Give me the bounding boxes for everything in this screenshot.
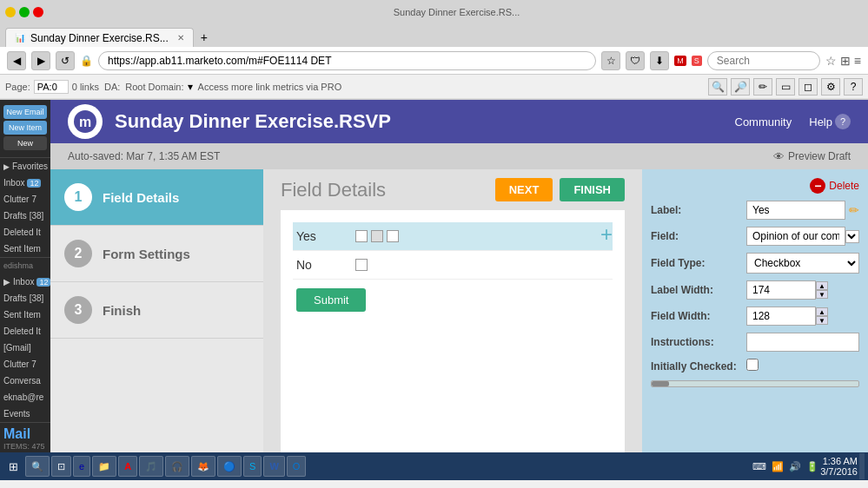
menu-icon[interactable]: ≡ — [854, 54, 861, 68]
sidebar-item-eknab[interactable]: eknab@re — [0, 389, 50, 406]
star-icon[interactable]: ☆ — [825, 54, 837, 68]
search-input[interactable] — [707, 51, 820, 70]
pa-input[interactable] — [34, 80, 69, 94]
root-domain-dropdown[interactable]: ▾ — [188, 81, 193, 93]
toolbar-btn-7[interactable]: ? — [844, 78, 863, 96]
outlook-icon: O — [293, 461, 301, 472]
taskbar-app-6[interactable]: 🎧 — [165, 456, 189, 477]
url-input[interactable] — [98, 51, 596, 70]
sidebar-item-clutter2[interactable]: Clutter 7 — [0, 356, 50, 373]
label-width-up[interactable]: ▲ — [816, 281, 828, 290]
nav-community[interactable]: Community — [735, 115, 792, 129]
sidebar-item-clutter[interactable]: Clutter 7 — [0, 191, 50, 208]
taskbar-app-5[interactable]: 🎵 — [139, 456, 163, 477]
sidebar-item-inbox[interactable]: Inbox 12 — [0, 175, 50, 191]
help-label: Help — [809, 115, 832, 129]
initially-checked-checkbox[interactable] — [746, 359, 759, 371]
new-email-button[interactable]: New Email — [3, 105, 47, 119]
delete-label: Delete — [829, 180, 859, 192]
taskbar-folder[interactable]: 📁 — [92, 456, 116, 477]
toolbar-btn-4[interactable]: ▭ — [776, 78, 795, 96]
delete-button[interactable]: − Delete — [810, 178, 859, 194]
label-width-input[interactable] — [746, 280, 816, 300]
active-tab[interactable]: 📊 Sunday Dinner Exercise.RS... ✕ — [5, 28, 194, 47]
preview-draft-button[interactable]: 👁 Preview Draft — [773, 150, 851, 163]
horizontal-scrollbar[interactable] — [651, 380, 859, 387]
form-field-no[interactable]: No — [293, 251, 613, 280]
toolbar-btn-2[interactable]: 🔎 — [731, 78, 750, 96]
sidebar-item-deleted[interactable]: Deleted It — [0, 224, 50, 241]
next-button[interactable]: NEXT — [495, 178, 553, 201]
sidebar-item-favorites[interactable]: ▶ Favorites — [0, 158, 50, 175]
taskbar-firefox[interactable]: 🦊 — [191, 456, 215, 477]
tab-close-button[interactable]: ✕ — [177, 33, 184, 43]
taskbar-outlook[interactable]: O — [287, 456, 307, 477]
toolbar-btn-1[interactable]: 🔍 — [708, 78, 727, 96]
sidebar-item-sent2[interactable]: Sent Item — [0, 307, 50, 323]
show-desktop-button[interactable] — [859, 453, 865, 479]
field-no-checkbox[interactable] — [355, 259, 368, 271]
new-button[interactable]: New — [3, 136, 47, 150]
sidebar-item-drafts[interactable]: Drafts [38] — [0, 208, 50, 224]
conversation-label: Conversa — [3, 376, 41, 386]
label-input[interactable] — [746, 201, 845, 220]
shield-button[interactable]: 🛡 — [626, 51, 645, 70]
step-1[interactable]: 1 Field Details — [50, 169, 263, 226]
label-width-down[interactable]: ▼ — [816, 290, 828, 299]
step-2[interactable]: 2 Form Settings — [50, 226, 263, 282]
drafts-count: [38] — [30, 211, 44, 221]
add-field-button[interactable]: + — [600, 222, 613, 247]
field-width-down[interactable]: ▼ — [816, 316, 828, 325]
sidebar-item-inbox2[interactable]: ▶ Inbox 12 — [0, 274, 50, 290]
field-width-input[interactable] — [746, 307, 816, 326]
reload-button[interactable]: ↺ — [56, 51, 75, 70]
clutter-count: 7 — [31, 195, 36, 204]
sidebar-item-gmail[interactable]: [Gmail] — [0, 340, 50, 356]
finish-button[interactable]: FINISH — [560, 178, 625, 201]
step-3[interactable]: 3 Finish — [50, 282, 263, 339]
toolbar-btn-5[interactable]: ◻ — [798, 78, 818, 96]
form-editor: Field Details NEXT FINISH + Yes — [263, 169, 642, 452]
form-field-yes[interactable]: Yes — [293, 222, 613, 251]
new-item-button[interactable]: New Item — [3, 121, 47, 135]
forward-button[interactable]: ▶ — [31, 51, 50, 70]
sidebar-item-events[interactable]: Events — [0, 406, 50, 422]
sidebar-item-drafts2[interactable]: Drafts [38] — [0, 290, 50, 307]
submit-button[interactable]: Submit — [296, 288, 366, 312]
edit-icon[interactable]: ✏ — [849, 203, 859, 217]
field-width-up[interactable]: ▲ — [816, 307, 828, 316]
field-dropdown[interactable]: ▾ — [845, 230, 859, 243]
clutter-label: Clutter — [3, 195, 29, 204]
taskbar-chrome[interactable]: 🔵 — [217, 456, 242, 477]
close-button[interactable] — [33, 7, 43, 17]
taskbar-adobe[interactable]: A — [118, 456, 137, 477]
back-button[interactable]: ◀ — [7, 51, 26, 70]
lock-icon: 🔒 — [80, 55, 93, 67]
bookmark-button[interactable]: ☆ — [601, 51, 620, 70]
toolbar-btn-6[interactable]: ⚙ — [821, 78, 840, 96]
toolbar-btn-3[interactable]: ✏ — [753, 78, 772, 96]
minimize-button[interactable] — [5, 7, 16, 17]
field-input[interactable] — [746, 227, 845, 246]
sidebar-item-deleted2[interactable]: Deleted It — [0, 323, 50, 340]
form-editor-title: Field Details — [281, 179, 386, 201]
nav-help[interactable]: Help ? — [809, 114, 851, 129]
new-tab-button[interactable]: + — [194, 28, 215, 47]
sidebar-item-conversation[interactable]: Conversa — [0, 373, 50, 389]
taskbar-task-view[interactable]: ⊡ — [51, 456, 71, 477]
events-label: Events — [3, 409, 30, 419]
field-type-select[interactable]: Checkbox — [746, 253, 859, 274]
refresh-icon[interactable]: ⊞ — [840, 54, 851, 68]
field-yes-checkbox[interactable] — [371, 230, 383, 242]
sidebar-item-sent[interactable]: Sent Item — [0, 241, 50, 257]
account-label: edishma — [3, 261, 33, 270]
tray-icon-battery: 🔋 — [806, 461, 818, 472]
maximize-button[interactable] — [19, 7, 30, 17]
taskbar-ie[interactable]: e — [73, 456, 90, 477]
download-button[interactable]: ⬇ — [650, 51, 669, 70]
start-button[interactable]: ⊞ — [3, 458, 23, 475]
taskbar-search[interactable]: 🔍 — [25, 456, 50, 477]
taskbar-word[interactable]: W — [263, 456, 284, 477]
taskbar-skype[interactable]: S — [243, 456, 262, 477]
instructions-input[interactable] — [746, 333, 859, 352]
